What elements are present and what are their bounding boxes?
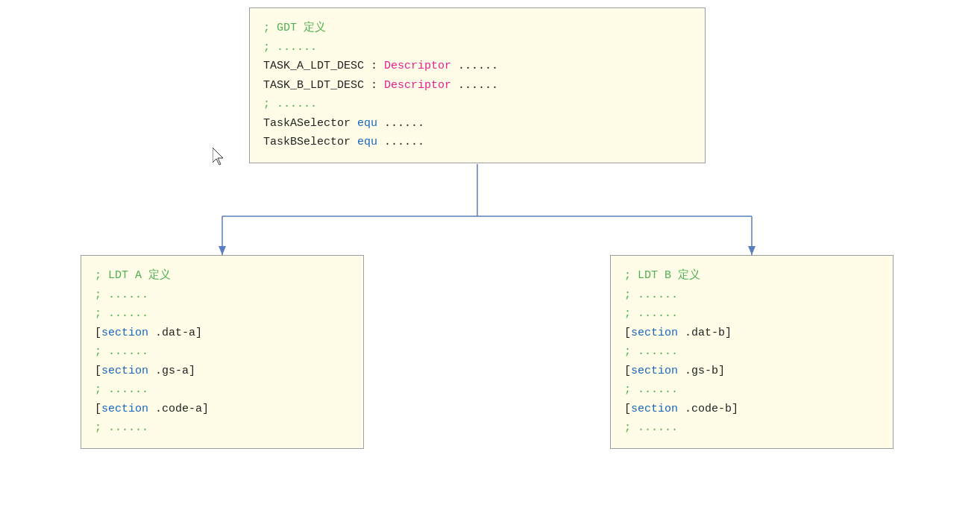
top-line-3: TASK_A_LDT_DESC : Descriptor ...... [263,57,691,76]
left-code-box: ; LDT A 定义 ; ...... ; ...... [section .d… [81,255,364,449]
right-line-6: [section .gs-b] [624,362,879,381]
top-code-box: ; GDT 定义 ; ...... TASK_A_LDT_DESC : Desc… [249,7,706,163]
svg-marker-6 [213,148,223,165]
right-line-4: [section .dat-b] [624,324,879,343]
right-line-7: ; ...... [624,380,879,400]
right-line-3: ; ...... [624,304,879,324]
mouse-cursor [213,148,227,166]
svg-marker-4 [219,246,226,255]
left-line-7: ; ...... [95,380,350,400]
left-line-1: ; LDT A 定义 [95,266,350,286]
svg-marker-5 [748,246,756,255]
left-line-5: ; ...... [95,342,350,362]
left-line-9: ; ...... [95,418,350,438]
left-line-3: ; ...... [95,304,350,324]
right-line-9: ; ...... [624,418,879,438]
left-line-6: [section .gs-a] [95,362,350,381]
left-line-8: [section .code-a] [95,400,350,419]
top-line-2: ; ...... [263,38,691,57]
diagram-container: ; GDT 定义 ; ...... TASK_A_LDT_DESC : Desc… [0,0,980,516]
top-line-1: ; GDT 定义 [263,19,691,38]
top-line-7: TaskBSelector equ ...... [263,133,691,152]
right-code-box: ; LDT B 定义 ; ...... ; ...... [section .d… [610,255,893,449]
left-line-2: ; ...... [95,286,350,305]
right-line-5: ; ...... [624,342,879,362]
top-line-4: TASK_B_LDT_DESC : Descriptor ...... [263,76,691,95]
top-line-6: TaskASelector equ ...... [263,114,691,133]
left-line-4: [section .dat-a] [95,324,350,343]
right-line-8: [section .code-b] [624,400,879,419]
top-line-5: ; ...... [263,95,691,114]
right-line-1: ; LDT B 定义 [624,266,879,286]
right-line-2: ; ...... [624,286,879,305]
